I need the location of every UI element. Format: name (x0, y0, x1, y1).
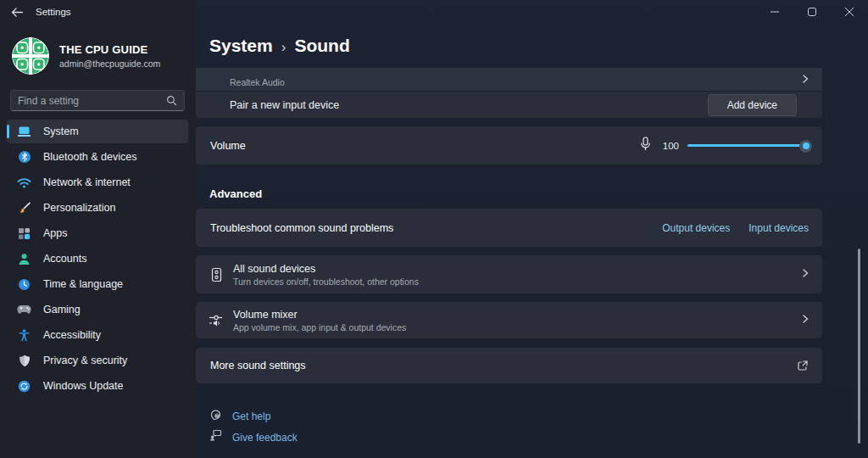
microphone-icon[interactable] (639, 137, 652, 154)
search-input[interactable] (11, 95, 166, 107)
sidebar-item-label: Time & language (43, 278, 123, 290)
sidebar-nav: System Bluetooth & devices (0, 120, 195, 398)
get-help-link[interactable]: ? Get help (209, 408, 270, 424)
external-link-icon (797, 360, 809, 371)
gamepad-icon (17, 303, 31, 317)
maximize-button[interactable] (793, 0, 831, 24)
window-title: Settings (36, 7, 71, 17)
volume-slider[interactable] (687, 140, 810, 152)
sidebar-item-label: Apps (43, 227, 68, 239)
add-device-button[interactable]: Add device (708, 94, 797, 116)
sidebar-item-apps[interactable]: Apps (7, 221, 188, 245)
clock-icon (17, 277, 31, 292)
sidebar-item-system[interactable]: System (7, 120, 188, 143)
apps-icon (17, 226, 31, 241)
chevron-right-icon (800, 267, 810, 282)
sidebar-item-label: Gaming (43, 304, 81, 316)
troubleshoot-links: Output devices Input devices (662, 222, 809, 234)
volume-mixer-icon (208, 314, 225, 327)
laptop-icon (17, 125, 31, 139)
sidebar-item-accounts[interactable]: Accounts (7, 247, 188, 271)
input-device-list-card: Realtek Audio Pair a new input device Ad… (195, 68, 823, 119)
volume-card: Volume 100 (195, 126, 823, 165)
sidebar-item-label: Windows Update (43, 380, 124, 392)
sidebar-item-accessibility[interactable]: Accessibility (7, 323, 188, 347)
main-pane: System › Sound Realtek Audio Pair a new … (195, 0, 868, 458)
output-devices-link[interactable]: Output devices (662, 222, 730, 234)
search-box[interactable] (10, 90, 185, 111)
sidebar-item-bluetooth[interactable]: Bluetooth & devices (7, 145, 188, 169)
sidebar-item-windows-update[interactable]: Windows Update (7, 374, 188, 398)
window-controls (756, 0, 868, 24)
title-bar: Settings (0, 0, 868, 24)
input-device-subtitle: Realtek Audio (230, 77, 285, 87)
pair-input-device-label: Pair a new input device (230, 99, 339, 111)
pair-input-device-row: Pair a new input device Add device (196, 92, 822, 119)
settings-window: System › Sound Realtek Audio Pair a new … (0, 0, 868, 458)
sidebar-item-label: Personalization (43, 202, 115, 214)
speaker-device-icon (208, 267, 225, 282)
input-devices-link[interactable]: Input devices (748, 222, 809, 234)
give-feedback-link[interactable]: Give feedback (209, 429, 298, 445)
volume-mixer-subtitle: App volume mix, app input & output devic… (233, 322, 406, 332)
user-profile[interactable]: THE CPU GUIDE admin@thecpuguide.com (0, 24, 195, 83)
profile-name: THE CPU GUIDE (59, 43, 160, 56)
svg-text:?: ? (216, 414, 219, 418)
bluetooth-icon (17, 150, 31, 165)
all-sound-devices-text: All sound devices Turn devices on/off, t… (233, 263, 419, 287)
volume-controls: 100 (639, 137, 810, 154)
volume-mixer-text: Volume mixer App volume mix, app input &… (233, 309, 406, 332)
person-icon (17, 252, 31, 266)
help-icon: ? (209, 408, 222, 424)
more-sound-settings-row[interactable]: More sound settings (195, 347, 823, 384)
sidebar-item-label: System (43, 126, 79, 137)
input-device-row[interactable]: Realtek Audio (196, 68, 822, 91)
volume-label: Volume (210, 140, 246, 152)
volume-value: 100 (660, 141, 679, 151)
sidebar-item-label: Privacy & security (43, 355, 127, 366)
avatar (12, 37, 49, 75)
all-sound-devices-title: All sound devices (233, 263, 419, 275)
breadcrumb: System › Sound (209, 36, 350, 56)
troubleshoot-card: Troubleshoot common sound problems Outpu… (195, 208, 823, 248)
give-feedback-label[interactable]: Give feedback (232, 432, 298, 444)
accessibility-icon (17, 328, 31, 343)
volume-mixer-row[interactable]: Volume mixer App volume mix, app input &… (195, 301, 823, 339)
sidebar-item-gaming[interactable]: Gaming (7, 298, 188, 321)
sidebar-item-label: Bluetooth & devices (43, 151, 137, 163)
sidebar-item-network[interactable]: Network & internet (7, 170, 188, 194)
page-title: Sound (294, 36, 349, 56)
profile-email: admin@thecpuguide.com (59, 59, 160, 69)
all-sound-devices-row[interactable]: All sound devices Turn devices on/off, t… (195, 254, 823, 294)
feedback-icon (209, 429, 222, 445)
volume-slider-track (687, 144, 810, 147)
sidebar-item-personalization[interactable]: Personalization (7, 196, 188, 220)
sidebar-item-label: Network & internet (43, 176, 131, 188)
close-button[interactable] (831, 0, 868, 24)
volume-mixer-title: Volume mixer (233, 309, 406, 321)
sidebar-item-time-language[interactable]: Time & language (7, 272, 188, 296)
chevron-right-icon (800, 73, 810, 88)
troubleshoot-label: Troubleshoot common sound problems (210, 222, 393, 234)
chevron-right-icon (800, 313, 810, 328)
breadcrumb-separator: › (281, 39, 287, 56)
search-icon[interactable] (166, 95, 177, 106)
sidebar: THE CPU GUIDE admin@thecpuguide.com (0, 24, 195, 458)
wifi-icon (17, 176, 31, 190)
vertical-scrollbar[interactable] (858, 249, 860, 444)
minimize-button[interactable] (756, 0, 793, 24)
breadcrumb-system[interactable]: System (209, 36, 273, 56)
get-help-label[interactable]: Get help (232, 411, 270, 422)
update-icon (17, 379, 31, 394)
profile-text: THE CPU GUIDE admin@thecpuguide.com (59, 43, 160, 69)
brush-icon (17, 201, 31, 215)
sidebar-item-label: Accessibility (43, 329, 101, 341)
advanced-section-title: Advanced (209, 187, 262, 200)
back-button[interactable] (3, 1, 31, 23)
all-sound-devices-subtitle: Turn devices on/off, troubleshoot, other… (233, 276, 419, 287)
sidebar-item-privacy[interactable]: Privacy & security (7, 349, 188, 372)
more-sound-settings-label: More sound settings (210, 360, 306, 371)
volume-slider-thumb[interactable] (799, 140, 812, 153)
shield-icon (17, 354, 31, 368)
sidebar-item-label: Accounts (43, 253, 86, 265)
